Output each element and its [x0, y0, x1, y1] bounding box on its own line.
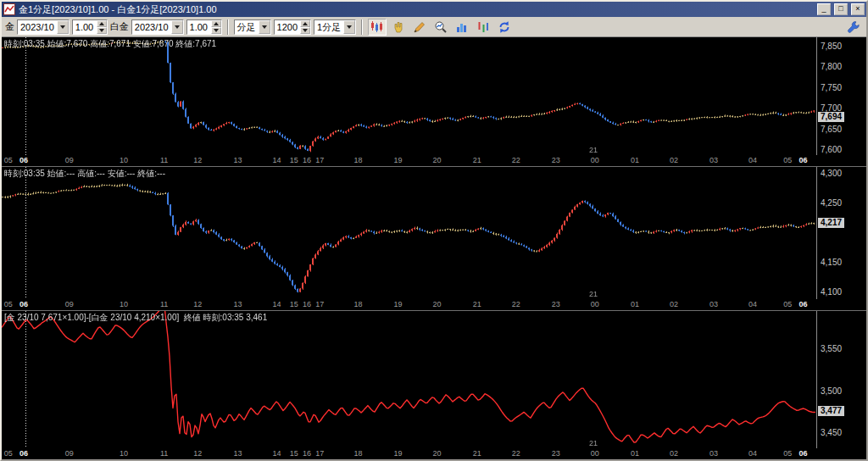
y-axis-label: 7,750	[821, 84, 842, 92]
gold-chart-panel: 時刻:03:35 始値:7,670 高値:7,671 安値:7,670 終値:7…	[2, 37, 866, 167]
x-axis-label: 12	[193, 300, 202, 308]
bar-type-value: 分足	[235, 20, 259, 34]
y-axis-label: 7,650	[821, 125, 842, 134]
x-axis-label: 13	[233, 300, 242, 308]
refresh-button[interactable]	[495, 19, 514, 36]
x-axis-label: 19	[394, 156, 403, 164]
x-axis-label: 20	[433, 449, 442, 458]
x-axis-label: 23	[552, 300, 560, 308]
spin-up-icon[interactable]	[211, 20, 221, 27]
minimize-button[interactable]: _	[817, 3, 831, 15]
gold-multiplier-spinner[interactable]: 1.00	[72, 19, 108, 35]
x-axis-label: 18	[353, 449, 362, 458]
spin-down-icon[interactable]	[300, 27, 310, 34]
toolbar-separator	[227, 19, 229, 35]
spin-down-icon[interactable]	[97, 27, 107, 34]
spin-down-icon[interactable]	[211, 27, 221, 34]
x-axis-label: 14	[272, 449, 281, 458]
y-axis-label: 7,600	[821, 146, 842, 154]
chevron-down-icon[interactable]	[343, 20, 355, 34]
date-change-label: 21	[589, 146, 598, 154]
x-axis-label: 15	[290, 449, 298, 458]
wrench-icon	[847, 20, 860, 34]
gold-plot-area[interactable]: 時刻:03:35 始値:7,670 高値:7,671 安値:7,670 終値:7…	[2, 37, 817, 155]
pan-tool-button[interactable]	[389, 19, 408, 36]
maximize-button[interactable]: □	[834, 3, 848, 15]
zoom-tool-button[interactable]	[431, 19, 450, 36]
x-axis-label: 12	[193, 156, 202, 164]
x-axis-label: 13	[233, 449, 242, 458]
gold-time-axis: 0506091011121314151617181920212223000102…	[2, 155, 817, 166]
spread-chart-panel: [金 23/10 7,671×1.00]-[白金 23/10 4,210×1.0…	[2, 311, 866, 459]
axis-corner	[817, 299, 866, 310]
x-axis-label: 16	[303, 300, 311, 308]
y-axis-label: 4,250	[821, 199, 842, 208]
bar-count-spinner[interactable]: 1200	[274, 19, 311, 35]
y-axis-label: 7,800	[821, 63, 842, 71]
x-axis-label: 05	[783, 300, 792, 308]
indicator-chart-button[interactable]	[453, 19, 471, 36]
timeframe-select[interactable]: 1分足	[314, 19, 356, 35]
current-price-badge: 4,217	[818, 218, 844, 228]
x-axis-label: 06	[799, 449, 808, 458]
x-axis-label: 00	[591, 449, 599, 458]
x-axis-label: 05	[4, 156, 13, 164]
x-axis-label: 06	[19, 449, 28, 458]
x-axis-label: 16	[303, 449, 311, 458]
x-axis-label: 01	[631, 300, 639, 308]
gold-price-axis: 7,8507,8007,7507,7007,6507,6007,694	[817, 37, 866, 155]
spread-plot-area[interactable]: [金 23/10 7,671×1.00]-[白金 23/10 4,210×1.0…	[2, 311, 817, 448]
chevron-down-icon[interactable]	[259, 20, 270, 34]
chevron-down-icon[interactable]	[171, 20, 183, 34]
x-axis-label: 19	[394, 449, 403, 458]
platinum-contract-month-select[interactable]: 2023/10	[131, 19, 184, 35]
y-axis-label: 4,300	[821, 169, 842, 178]
bar-chart-icon	[455, 20, 469, 34]
toolbar-separator	[361, 19, 363, 35]
draw-line-button[interactable]	[410, 19, 429, 36]
x-axis-label: 01	[631, 156, 639, 164]
x-axis-label: 09	[65, 449, 74, 458]
x-axis-label: 06	[19, 156, 28, 164]
platinum-contract-month-value: 2023/10	[132, 20, 171, 34]
x-axis-label: 01	[631, 449, 639, 458]
x-axis-label: 11	[160, 300, 168, 308]
x-axis-label: 14	[272, 156, 281, 164]
chevron-down-icon[interactable]	[57, 20, 69, 34]
date-change-label: 21	[589, 290, 598, 298]
x-axis-label: 11	[160, 156, 168, 164]
candlestick-chart-icon	[370, 20, 384, 34]
spin-up-icon[interactable]	[97, 20, 107, 27]
x-axis-label: 21	[473, 156, 481, 164]
gold-candles-canvas	[2, 37, 815, 155]
axis-corner	[817, 155, 866, 166]
x-axis-label: 09	[65, 300, 74, 308]
settings-button[interactable]	[844, 19, 863, 36]
x-axis-label: 23	[552, 156, 560, 164]
window-title: 金1分足[2023/10]1.00 - 白金1分足[2023/10]1.00	[19, 3, 814, 16]
close-button[interactable]: ×	[851, 3, 865, 15]
chart-type-button[interactable]	[368, 19, 387, 36]
gold-multiplier-value: 1.00	[73, 20, 97, 34]
bar-count-value: 1200	[275, 20, 300, 34]
y-axis-label: 4,150	[821, 258, 842, 267]
x-axis-label: 18	[353, 300, 362, 308]
platinum-multiplier-spinner[interactable]: 1.00	[186, 19, 222, 35]
hand-icon	[392, 20, 405, 34]
gold-ohlc-info: 時刻:03:35 始値:7,670 高値:7,671 安値:7,670 終値:7…	[4, 38, 216, 50]
toolbar: 金 2023/10 1.00 白金 2023/10 1.00 分足	[2, 17, 866, 37]
title-bar[interactable]: 金1分足[2023/10]1.00 - 白金1分足[2023/10]1.00 _…	[2, 2, 866, 17]
gold-contract-month-select[interactable]: 2023/10	[17, 19, 70, 35]
x-axis-label: 04	[748, 449, 757, 458]
x-axis-label: 09	[65, 156, 74, 164]
spread-line-canvas	[2, 311, 815, 448]
x-axis-label: 17	[315, 156, 324, 164]
spin-up-icon[interactable]	[300, 20, 310, 27]
compare-chart-button[interactable]	[474, 19, 492, 36]
x-axis-label: 02	[670, 300, 678, 308]
y-axis-label: 3,550	[821, 345, 842, 353]
platinum-plot-area[interactable]: 時刻:03:35 始値:--- 高値:--- 安値:--- 終値:--- 21	[2, 167, 817, 299]
chart-app-window: 金1分足[2023/10]1.00 - 白金1分足[2023/10]1.00 _…	[0, 0, 868, 461]
x-axis-label: 05	[4, 449, 13, 458]
bar-type-select[interactable]: 分足	[234, 19, 271, 35]
